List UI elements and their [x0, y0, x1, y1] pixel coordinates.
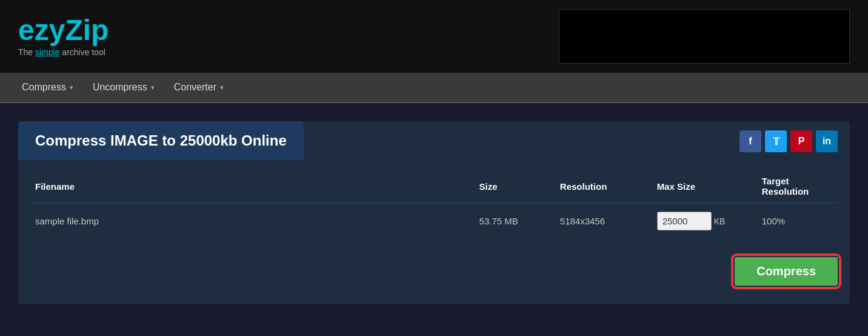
col-header-target: Target Resolution: [757, 170, 838, 203]
tagline-prefix: The: [18, 47, 35, 57]
nav-item-compress[interactable]: Compress ▾: [12, 72, 83, 102]
navbar: Compress ▾ Uncompress ▾ Converter ▾: [0, 73, 868, 103]
nav-item-uncompress[interactable]: Uncompress ▾: [83, 72, 164, 102]
col-header-resolution: Resolution: [555, 170, 652, 203]
chevron-down-icon: ▾: [220, 84, 224, 92]
nav-item-converter[interactable]: Converter ▾: [164, 72, 233, 102]
file-size-cell: 53.75 MB: [475, 203, 555, 240]
linkedin-button[interactable]: in: [816, 130, 838, 152]
col-header-maxsize: Max Size: [652, 170, 757, 203]
pinterest-button[interactable]: P: [790, 130, 812, 152]
facebook-icon: f: [749, 136, 752, 147]
bottom-action-row: Compress: [18, 245, 850, 286]
file-maxsize-cell: KB: [652, 203, 757, 240]
header: ezyZip The simple archive tool: [0, 0, 868, 73]
compress-button[interactable]: Compress: [735, 257, 838, 286]
twitter-button[interactable]: 𝕋: [765, 130, 787, 152]
nav-label-compress: Compress: [22, 82, 66, 93]
tagline-highlight: simple: [35, 47, 59, 57]
kb-unit-label: KB: [714, 217, 726, 226]
table-row: sample file.bmp 53.75 MB 5184x3456 KB 10…: [30, 203, 838, 240]
max-size-input-group: KB: [657, 212, 752, 230]
linkedin-icon: in: [823, 136, 831, 147]
tagline-suffix: archive tool: [59, 47, 105, 57]
logo-zip: Zip: [65, 14, 109, 46]
nav-label-converter: Converter: [174, 82, 216, 93]
social-buttons: f 𝕋 P in: [739, 121, 850, 152]
nav-label-uncompress: Uncompress: [93, 82, 147, 93]
content-header-area: Compress IMAGE to 25000kb Online f 𝕋 P i…: [18, 121, 850, 160]
logo-ezy: ezy: [18, 14, 65, 46]
logo-subtitle: The simple archive tool: [18, 47, 109, 57]
file-table-wrapper: Filename Size Resolution Max Size Target…: [18, 170, 850, 239]
logo: ezyZip The simple archive tool: [18, 16, 109, 57]
page-title-bar: Compress IMAGE to 25000kb Online: [18, 121, 304, 160]
file-resolution-cell: 5184x3456: [555, 203, 652, 240]
logo-text: ezyZip: [18, 16, 109, 45]
max-size-input[interactable]: [657, 212, 712, 230]
col-header-filename: Filename: [30, 170, 475, 203]
chevron-down-icon: ▾: [70, 84, 73, 92]
table-header-row: Filename Size Resolution Max Size Target…: [30, 170, 838, 203]
file-target-cell: 100%: [757, 203, 838, 240]
main-content: Compress IMAGE to 25000kb Online f 𝕋 P i…: [18, 121, 850, 304]
header-advertisement: [559, 9, 850, 64]
col-header-size: Size: [475, 170, 555, 203]
pinterest-icon: P: [798, 136, 805, 147]
page-title: Compress IMAGE to 25000kb Online: [35, 132, 287, 149]
file-table: Filename Size Resolution Max Size Target…: [30, 170, 838, 239]
facebook-button[interactable]: f: [739, 130, 761, 152]
file-name-cell: sample file.bmp: [30, 203, 475, 240]
twitter-icon: 𝕋: [773, 136, 780, 147]
chevron-down-icon: ▾: [151, 84, 155, 92]
